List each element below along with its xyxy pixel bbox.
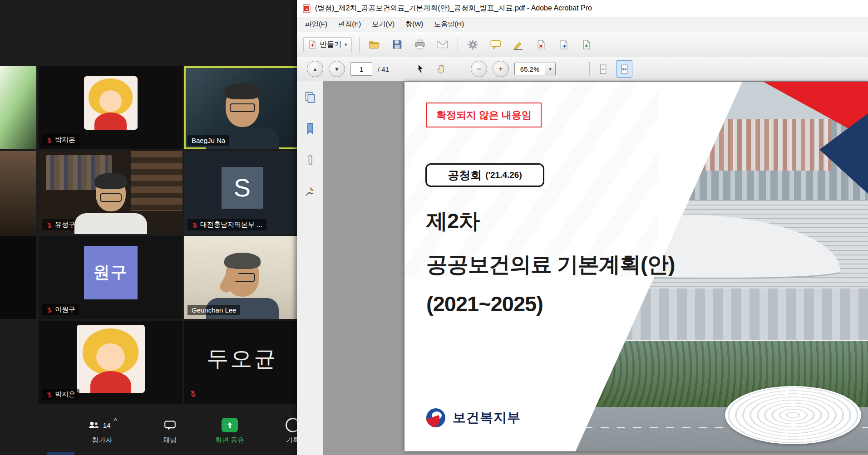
fit-width-button[interactable] xyxy=(616,60,632,78)
fit-width-icon xyxy=(620,64,629,74)
video-tile[interactable]: Geunchan Lee xyxy=(184,236,301,319)
hearing-badge: 공청회 ('21.4.26) xyxy=(425,163,544,187)
video-tile[interactable]: 두오균 xyxy=(184,321,301,404)
paperclip-icon xyxy=(306,154,314,166)
create-pdf-icon xyxy=(308,40,316,49)
zoom-window: 박지은 BaegJu Na 유성구보건소장신... S 대전충남지역본부 ... xyxy=(0,0,300,455)
share-screen-icon xyxy=(222,418,238,432)
video-tile-partial[interactable] xyxy=(0,66,36,149)
attachments-button[interactable] xyxy=(306,154,314,168)
dropdown-arrow-icon: ▾ xyxy=(345,42,347,48)
sign-button[interactable] xyxy=(511,36,526,53)
participant-name-label: 이원구 xyxy=(42,304,79,315)
open-file-button[interactable] xyxy=(367,36,382,53)
cursor-icon xyxy=(417,64,424,74)
muted-mic-icon xyxy=(192,222,198,228)
page-total-label: / 41 xyxy=(378,65,389,73)
next-page-button[interactable]: ▼ xyxy=(329,61,345,77)
page-delete-icon xyxy=(536,39,546,50)
window-title: (별첨)_제2차_공공보건의료_기본계획(안)_공청회_발표_자료.pdf - … xyxy=(315,4,592,13)
bookmark-icon xyxy=(305,122,316,135)
zoom-in-button[interactable]: + xyxy=(493,61,509,77)
taskbar-fragment xyxy=(47,452,74,455)
pages-icon xyxy=(304,91,316,103)
envelope-icon xyxy=(437,40,449,49)
toolbar-separator xyxy=(589,62,590,76)
participant-name-label: BaegJu Na xyxy=(187,135,229,146)
video-tile[interactable]: 유성구보건소장신... xyxy=(39,151,182,234)
participants-button[interactable]: 14 ^ 참가자 xyxy=(68,415,136,445)
create-pdf-button[interactable]: 만들기 ▾ xyxy=(303,37,352,52)
scrolling-mode-button[interactable] xyxy=(595,61,611,77)
title-bar: (별첨)_제2차_공공보건의료_기본계획(안)_공청회_발표_자료.pdf - … xyxy=(297,0,868,17)
ministry-logo-lockup: 보건복지부 xyxy=(426,408,521,427)
nav-panel xyxy=(297,81,324,455)
video-tile[interactable]: S 대전충남지역본부 ... xyxy=(184,151,301,234)
participant-video xyxy=(226,86,259,127)
signature-icon xyxy=(304,186,316,197)
participant-avatar xyxy=(84,76,138,130)
hand-tool-button[interactable] xyxy=(434,60,449,78)
open-folder-icon xyxy=(368,39,380,50)
chat-label: 채팅 xyxy=(147,436,192,445)
toolbar-separator xyxy=(359,37,360,52)
pdf-title-line3: (2021~2025) xyxy=(426,291,543,316)
save-other-button[interactable] xyxy=(579,36,594,53)
save-button[interactable] xyxy=(390,36,405,53)
page-number-input[interactable]: 1 xyxy=(350,62,372,76)
video-tile-partial[interactable] xyxy=(0,151,36,234)
email-button[interactable] xyxy=(435,36,450,53)
menu-help[interactable]: 도움말(H) xyxy=(429,18,469,30)
select-tool-button[interactable] xyxy=(413,60,428,78)
video-tile-active-speaker[interactable]: BaegJu Na xyxy=(184,66,301,149)
participant-center-name: 두오균 xyxy=(207,344,278,373)
share-screen-button[interactable]: 화면 공유 xyxy=(202,415,257,445)
muted-mic-icon xyxy=(46,137,53,143)
chat-icon xyxy=(164,420,176,431)
print-button[interactable] xyxy=(412,36,428,53)
comment-icon xyxy=(490,39,502,49)
participants-icon xyxy=(87,421,100,430)
muted-mic-icon xyxy=(46,391,53,398)
dropdown-arrow-icon[interactable]: ▾ xyxy=(545,63,556,75)
zoom-out-button[interactable]: − xyxy=(471,61,487,77)
pdf-title-line2: 공공보건의료 기본계획(안) xyxy=(426,250,675,279)
video-tile[interactable]: 원구 이원구 xyxy=(39,236,182,319)
participant-video xyxy=(96,176,126,211)
export-pdf-button[interactable] xyxy=(556,36,572,53)
comment-button[interactable] xyxy=(488,36,503,53)
menu-window[interactable]: 창(W) xyxy=(401,18,428,30)
apartment-towers xyxy=(692,119,831,171)
round-building xyxy=(725,386,861,444)
menu-bar: 파일(F) 편집(E) 보기(V) 창(W) 도움말(H) xyxy=(297,17,868,32)
document-area[interactable]: 확정되지 않은 내용임 공청회 ('21.4.26) 제2차 공공보건의료 기본… xyxy=(323,81,868,455)
zoom-level-value: 65.2% xyxy=(514,63,545,75)
page-thumbnails-button[interactable] xyxy=(304,91,316,105)
chat-button[interactable]: 채팅 xyxy=(147,415,192,445)
participant-text-avatar: 원구 xyxy=(84,246,138,299)
video-tile-partial[interactable] xyxy=(0,236,36,319)
muted-mic-icon xyxy=(46,307,53,313)
bookmarks-button[interactable] xyxy=(305,122,316,137)
menu-file[interactable]: 파일(F) xyxy=(301,18,332,30)
settings-button[interactable] xyxy=(465,36,481,53)
page-export-icon xyxy=(558,39,569,50)
menu-view[interactable]: 보기(V) xyxy=(367,18,399,30)
printer-icon xyxy=(414,39,426,50)
muted-mic-icon xyxy=(189,390,197,397)
participants-count: 14 xyxy=(103,421,111,429)
delete-pages-button[interactable] xyxy=(533,36,549,53)
hearing-label: 공청회 xyxy=(448,168,482,183)
menu-edit[interactable]: 편집(E) xyxy=(334,18,365,30)
page-save-icon xyxy=(581,39,592,50)
video-tile[interactable]: 박지은 xyxy=(39,321,182,404)
single-page-icon xyxy=(599,64,607,74)
video-tile[interactable]: 박지은 xyxy=(39,66,182,149)
draft-warning-box: 확정되지 않은 내용임 xyxy=(426,103,542,127)
zoom-level-select[interactable]: 65.2% ▾ xyxy=(514,63,556,75)
chevron-up-icon[interactable]: ^ xyxy=(113,417,117,426)
previous-page-button[interactable]: ▲ xyxy=(307,61,323,77)
participant-name-label: 박지은 xyxy=(42,389,79,400)
muted-mic-icon xyxy=(46,222,53,228)
signatures-button[interactable] xyxy=(304,186,316,199)
